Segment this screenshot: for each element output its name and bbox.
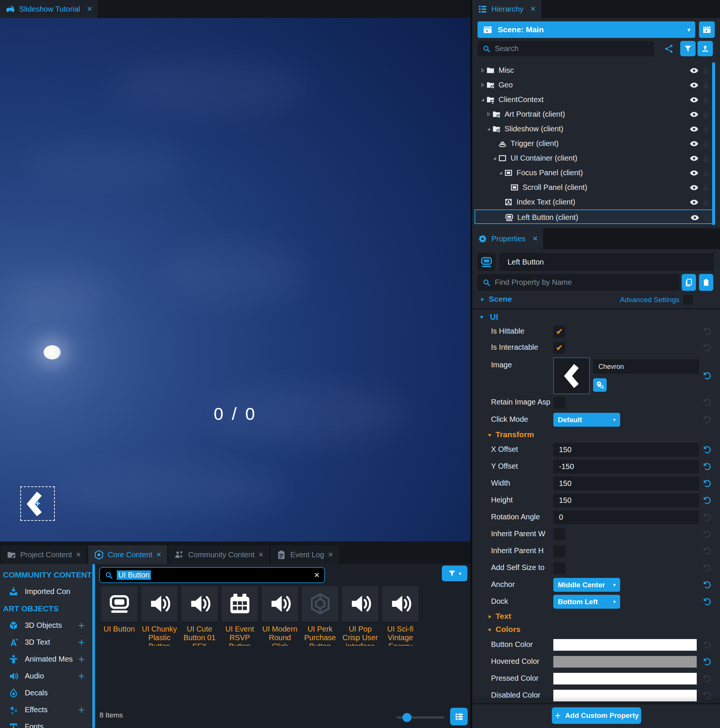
rotation-angle-input[interactable]: 0 [553, 510, 699, 524]
visibility-eye-icon[interactable] [689, 197, 699, 207]
reset-property-icon[interactable] [702, 580, 712, 590]
y-offset-input[interactable]: -150 [553, 460, 699, 474]
add-self-size-to-checkbox[interactable] [553, 562, 565, 574]
hierarchy-row-art-portrait-client[interactable]: Art Portrait (client) [475, 107, 715, 122]
sidebar-item-3d-text[interactable]: 3D Text [0, 634, 92, 651]
visibility-eye-icon[interactable] [689, 95, 699, 105]
hierarchy-row-left-button-client[interactable]: Left Button (client) [475, 210, 715, 224]
asset-ui-chunky-plastic-button[interactable]: UI Chunky Plastic Button [141, 586, 178, 646]
caret-collapsed-icon[interactable] [485, 111, 492, 118]
lock-icon[interactable] [701, 80, 711, 90]
lock-icon[interactable] [701, 139, 711, 148]
lock-icon[interactable] [702, 213, 712, 223]
click-mode-dropdown[interactable]: Default▾ [553, 413, 620, 427]
reset-property-icon[interactable] [702, 462, 712, 472]
add-3d-text-button[interactable] [77, 638, 86, 647]
close-icon[interactable]: ✕ [328, 551, 333, 559]
button-color-swatch[interactable] [553, 639, 697, 651]
sidebar-item-3d-objects[interactable]: 3D Objects [0, 617, 92, 634]
asset-thumbnail[interactable] [302, 586, 338, 621]
close-icon[interactable]: ✕ [76, 551, 81, 559]
image-asset-name[interactable]: Chevron [593, 359, 699, 374]
tab-hierarchy[interactable]: Hierarchy ✕ [472, 0, 541, 18]
x-offset-input[interactable]: 150 [553, 443, 699, 457]
reset-property-icon[interactable] [702, 343, 712, 353]
caret-expanded-icon[interactable] [487, 627, 493, 633]
tab-properties[interactable]: Properties ✕ [472, 228, 543, 249]
reset-property-icon[interactable] [702, 371, 712, 381]
lock-icon[interactable] [701, 95, 711, 105]
visibility-eye-icon[interactable] [689, 66, 699, 75]
asset-thumbnail[interactable] [222, 586, 258, 621]
inherit-parent-h-checkbox[interactable] [553, 545, 565, 557]
visibility-eye-icon[interactable] [689, 139, 699, 148]
caret-collapsed-icon[interactable] [479, 81, 486, 89]
add-audio-button[interactable] [77, 672, 86, 681]
caret-expanded-icon[interactable] [479, 96, 486, 103]
hierarchy-row-focus-panel-client[interactable]: Focus Panel (client) [475, 165, 715, 180]
list-view-toggle-button[interactable] [450, 708, 468, 725]
reset-property-icon[interactable] [702, 546, 712, 556]
lock-icon[interactable] [701, 124, 711, 134]
tab-event-log[interactable]: Event Log ✕ [271, 545, 339, 564]
lock-icon[interactable] [701, 168, 711, 178]
sidebar-scrollbar[interactable] [92, 564, 95, 728]
viewport-3d[interactable]: 0 / 0 + [0, 18, 470, 541]
asset-ui-pop-crisp-user-interface[interactable]: UI Pop Crisp User Interface [342, 586, 378, 646]
tab-core-content[interactable]: Core Content ✕ [88, 545, 167, 564]
hierarchy-row-geo[interactable]: Geo [475, 78, 715, 92]
asset-ui-event-rsvp-button[interactable]: UI Event RSVP Button [222, 586, 258, 646]
add-effects-button[interactable] [77, 706, 86, 714]
clear-search-icon[interactable]: ✕ [314, 571, 320, 580]
section-transform-label[interactable]: Transform [495, 430, 534, 439]
add-custom-property-button[interactable]: Add Custom Property [552, 707, 641, 724]
asset-thumbnail[interactable] [342, 586, 378, 621]
sidebar-item-audio[interactable]: Audio [0, 668, 92, 684]
asset-thumbnail[interactable] [382, 586, 418, 621]
hovered-color-swatch[interactable] [553, 656, 697, 668]
reset-property-icon[interactable] [702, 657, 712, 667]
lock-icon[interactable] [701, 110, 711, 119]
tab-community-content[interactable]: Community Content ✕ [169, 545, 269, 564]
lock-icon[interactable] [701, 183, 711, 193]
visibility-eye-icon[interactable] [689, 80, 699, 90]
lock-icon[interactable] [701, 66, 711, 75]
caret-expanded-icon[interactable] [487, 432, 493, 438]
hierarchy-row-slideshow-client[interactable]: Slideshow (client) [475, 122, 715, 136]
reset-property-icon[interactable] [702, 563, 712, 573]
asset-thumbnail[interactable] [101, 586, 137, 621]
hierarchy-scrollbar[interactable] [712, 62, 715, 225]
tab-project-content[interactable]: Project Content ✕ [1, 545, 87, 564]
reset-property-icon[interactable] [702, 674, 712, 684]
reset-property-icon[interactable] [702, 479, 712, 489]
dock-dropdown[interactable]: Bottom Left▾ [553, 595, 620, 609]
asset-ui-cute-button-01-sfx[interactable]: UI Cute Button 01 SFX [181, 586, 218, 646]
selected-ui-button-gizmo[interactable]: + [20, 486, 55, 521]
lock-icon[interactable] [701, 197, 711, 207]
filter-button[interactable]: ▾ [442, 566, 467, 581]
gizmo-center-crosshair[interactable]: + [35, 499, 40, 509]
reset-property-icon[interactable] [702, 445, 712, 455]
asset-search-input[interactable]: UI Button ✕ [100, 567, 325, 583]
section-colors-label[interactable]: Colors [495, 625, 521, 634]
caret-collapsed-icon[interactable] [487, 613, 493, 620]
image-thumbnail[interactable] [553, 358, 590, 394]
reset-property-icon[interactable] [702, 640, 712, 650]
anchor-dropdown[interactable]: Middle Center▾ [553, 578, 620, 592]
asset-ui-perk-purchase-button[interactable]: UI Perk Purchase Button [302, 586, 338, 646]
reset-property-icon[interactable] [702, 596, 712, 607]
close-icon[interactable]: ✕ [530, 5, 536, 13]
close-icon[interactable]: ✕ [532, 234, 538, 243]
caret-expanded-icon[interactable] [497, 169, 504, 176]
close-icon[interactable]: ✕ [258, 551, 263, 559]
visibility-eye-icon[interactable] [689, 153, 699, 163]
add-animated-mes-button[interactable] [77, 655, 86, 664]
reset-property-icon[interactable] [702, 398, 712, 408]
asset-thumbnail[interactable] [181, 586, 218, 621]
visibility-eye-icon[interactable] [689, 183, 699, 193]
sidebar-item-imported-con[interactable]: Imported Con [0, 583, 92, 600]
sidebar-item-animated-mes[interactable]: Animated Mes [0, 651, 92, 668]
height-input[interactable]: 150 [553, 494, 699, 507]
hierarchy-row-trigger-client[interactable]: Trigger (client) [475, 136, 715, 151]
caret-expanded-icon[interactable] [491, 154, 498, 162]
